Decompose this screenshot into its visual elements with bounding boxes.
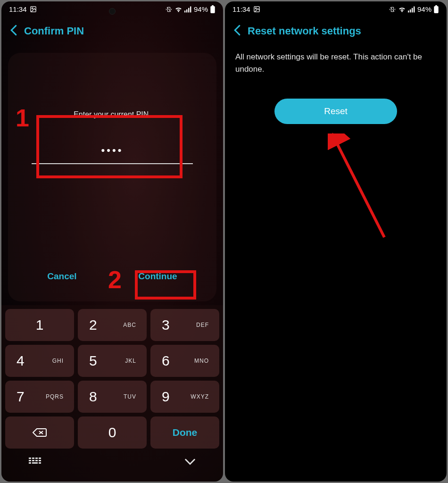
status-time: 11:34 bbox=[9, 5, 27, 13]
svg-rect-19 bbox=[29, 462, 31, 464]
header: Confirm PIN bbox=[1, 15, 223, 44]
key-number: 5 bbox=[89, 353, 97, 369]
chevron-down-icon[interactable] bbox=[184, 458, 196, 467]
key-number: 3 bbox=[162, 317, 170, 333]
backspace-icon bbox=[32, 427, 47, 438]
keypad-key-2[interactable]: 2ABC bbox=[78, 309, 147, 341]
keypad-key-8[interactable]: 8TUV bbox=[78, 381, 147, 413]
annotation-cursor-icon bbox=[327, 132, 340, 143]
svg-rect-21 bbox=[39, 462, 41, 464]
battery-text: 94% bbox=[194, 5, 208, 13]
continue-button[interactable]: Continue bbox=[129, 266, 186, 286]
pin-prompt-text: Enter your current PIN. bbox=[74, 110, 151, 119]
svg-rect-8 bbox=[212, 5, 214, 6]
battery-text: 94% bbox=[417, 5, 431, 13]
svg-rect-11 bbox=[29, 458, 31, 459]
status-time: 11:34 bbox=[232, 5, 250, 13]
svg-point-1 bbox=[32, 8, 33, 9]
page-title: Confirm PIN bbox=[24, 25, 84, 37]
key-number: 0 bbox=[108, 425, 116, 441]
done-label: Done bbox=[173, 427, 198, 438]
pin-input-masked[interactable]: •••• bbox=[101, 144, 124, 157]
key-letters: MNO bbox=[194, 358, 209, 364]
svg-rect-26 bbox=[410, 9, 411, 12]
key-number: 7 bbox=[17, 389, 25, 405]
svg-rect-5 bbox=[188, 8, 189, 12]
svg-rect-14 bbox=[39, 458, 41, 459]
back-icon[interactable] bbox=[233, 25, 241, 38]
svg-rect-25 bbox=[408, 10, 409, 12]
keypad-key-0[interactable]: 0 bbox=[78, 416, 147, 449]
svg-rect-15 bbox=[29, 460, 31, 461]
svg-rect-7 bbox=[210, 6, 215, 13]
svg-rect-27 bbox=[412, 8, 413, 12]
keypad-key-6[interactable]: 6MNO bbox=[150, 345, 219, 377]
svg-rect-29 bbox=[434, 6, 438, 13]
signal-icon bbox=[408, 6, 415, 13]
svg-rect-3 bbox=[184, 10, 185, 12]
keypad-key-5[interactable]: 5JKL bbox=[78, 345, 147, 377]
numeric-keypad: 12ABC3DEF4GHI5JKL6MNO7PQRS8TUV9WXYZ0Done bbox=[1, 305, 223, 482]
key-letters: WXYZ bbox=[191, 393, 209, 400]
keypad-key-9[interactable]: 9WXYZ bbox=[150, 381, 219, 413]
key-number: 2 bbox=[89, 317, 97, 333]
key-letters: GHI bbox=[52, 358, 64, 364]
battery-icon bbox=[210, 5, 216, 13]
phone-screen-confirm-pin: 11:34 94% Confirm PIN bbox=[1, 1, 223, 482]
phone-screen-reset-network: 11:34 94% Reset network settings bbox=[225, 1, 447, 482]
battery-icon bbox=[433, 5, 439, 13]
svg-rect-20 bbox=[32, 462, 38, 464]
header: Reset network settings bbox=[225, 15, 447, 44]
picture-icon bbox=[30, 6, 37, 13]
key-number: 1 bbox=[36, 317, 44, 333]
page-title: Reset network settings bbox=[248, 25, 361, 37]
key-number: 4 bbox=[17, 353, 25, 369]
keypad-key-3[interactable]: 3DEF bbox=[150, 309, 219, 341]
keypad-done[interactable]: Done bbox=[150, 416, 219, 449]
svg-rect-12 bbox=[32, 458, 34, 459]
keypad-backspace[interactable] bbox=[5, 416, 74, 449]
reset-button[interactable]: Reset bbox=[274, 99, 397, 124]
svg-point-23 bbox=[255, 8, 257, 9]
keypad-key-7[interactable]: 7PQRS bbox=[5, 381, 74, 413]
svg-rect-6 bbox=[190, 6, 191, 12]
key-letters: PQRS bbox=[46, 393, 64, 400]
svg-rect-28 bbox=[414, 6, 415, 12]
vibrate-icon bbox=[165, 6, 173, 13]
status-bar: 11:34 94% bbox=[225, 1, 447, 15]
pin-underline bbox=[32, 163, 192, 164]
svg-rect-4 bbox=[186, 9, 187, 12]
signal-icon bbox=[184, 6, 192, 13]
keyboard-switch-icon[interactable] bbox=[29, 457, 41, 468]
svg-rect-17 bbox=[35, 460, 38, 461]
key-letters: DEF bbox=[196, 322, 209, 328]
key-letters: TUV bbox=[124, 393, 136, 400]
key-letters: ABC bbox=[123, 322, 136, 328]
cancel-button[interactable]: Cancel bbox=[38, 266, 86, 286]
svg-rect-16 bbox=[32, 460, 34, 461]
camera-hole bbox=[109, 8, 116, 15]
pin-card: Enter your current PIN. •••• 1 Cancel Co… bbox=[8, 53, 216, 301]
back-icon[interactable] bbox=[10, 25, 17, 38]
key-letters: JKL bbox=[125, 358, 136, 364]
svg-rect-18 bbox=[39, 460, 41, 461]
svg-rect-30 bbox=[435, 5, 437, 6]
wifi-icon bbox=[174, 6, 183, 13]
key-number: 9 bbox=[162, 389, 170, 405]
key-number: 6 bbox=[162, 353, 170, 369]
wifi-icon bbox=[398, 6, 406, 13]
key-number: 8 bbox=[89, 389, 97, 405]
svg-line-31 bbox=[335, 140, 384, 237]
vibrate-icon bbox=[389, 6, 396, 13]
keypad-key-1[interactable]: 1 bbox=[5, 309, 74, 341]
svg-rect-13 bbox=[35, 458, 38, 459]
keypad-key-4[interactable]: 4GHI bbox=[5, 345, 74, 377]
reset-description: All network settings will be reset. This… bbox=[235, 51, 436, 75]
annotation-arrow-icon bbox=[328, 133, 394, 242]
picture-icon bbox=[253, 6, 260, 13]
